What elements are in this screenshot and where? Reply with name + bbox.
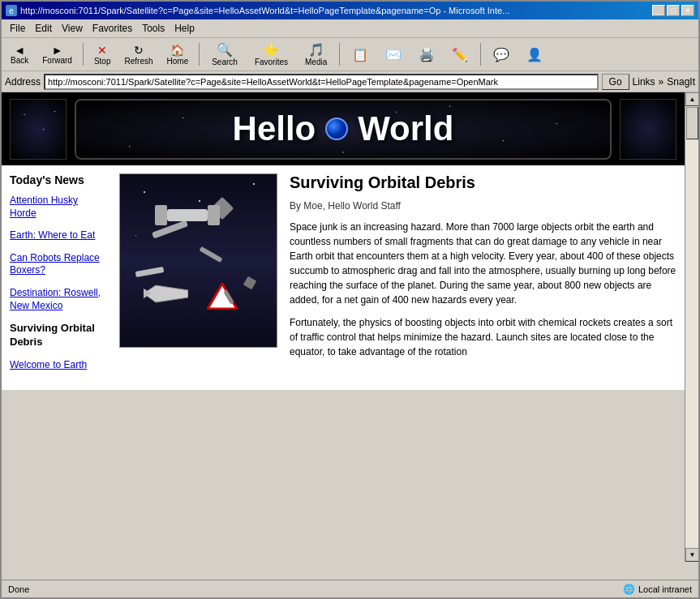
sidebar-link-robots[interactable]: Can Robots Replace Boxers? [10,252,107,277]
back-button[interactable]: ◄ Back [5,42,34,67]
address-label: Address [5,76,41,88]
media-label: Media [305,58,327,66]
header-block-right [620,99,676,160]
header-block-left [10,99,67,160]
scroll-thumb[interactable] [686,107,698,139]
edit-icon: ✏️ [452,47,468,62]
menu-help[interactable]: Help [170,21,200,36]
space-scene [120,174,277,347]
page-content: Hello World Today's News [2,92,685,390]
mail-icon: ✉️ [385,47,402,62]
discuss-icon: 💬 [493,47,509,62]
sidebar-link-roswell[interactable]: Destination: Roswell, New Mexico [10,287,107,312]
stop-icon: ✕ [97,44,107,57]
address-bar: Address Go Links » SnagIt [2,71,698,92]
favorites-label: Favorites [255,58,288,66]
title-bar-left: e http://mosconi:7011/Spark/Satellite?c=… [6,5,509,16]
hello-text: Hello [233,109,316,148]
browser-icon: e [6,5,17,16]
world-text: World [358,109,453,148]
separator-3 [339,43,340,66]
edit-button[interactable]: ✏️ [444,45,475,65]
title-bar: e http://mosconi:7011/Spark/Satellite?c=… [2,2,698,19]
stop-label: Stop [94,57,111,66]
article-area: Surviving Orbital Debris By Moe, Hello W… [119,173,676,382]
favorites-star-icon: ⭐ [263,42,279,58]
stars-bg [120,174,277,347]
status-right: 🌐 Local intranet [623,584,692,595]
scrollbar: ▲ ▼ [685,92,698,562]
page-viewport: Hello World Today's News [2,92,685,580]
satellite [167,209,208,221]
mail-button[interactable]: ✉️ [378,45,409,65]
article-image [119,173,277,348]
sidebar-heading: Today's News [10,173,107,186]
scroll-down-button[interactable]: ▼ [685,548,698,562]
window-controls: _ □ ✕ [652,5,694,16]
sidebar: Today's News Attention Husky Horde Earth… [10,173,107,382]
search-button[interactable]: 🔍 Search [204,40,245,69]
separator-1 [83,43,84,66]
menu-tools[interactable]: Tools [137,21,170,36]
scroll-track[interactable] [685,106,698,548]
history-icon: 📋 [352,47,368,62]
home-button[interactable]: 🏠 Home [161,41,195,68]
home-icon: 🏠 [170,44,184,57]
refresh-icon: ↻ [134,44,144,57]
sidebar-link-welcome[interactable]: Welcome to Earth [10,359,107,372]
shuttle [144,284,188,304]
page-container: Hello World Today's News [2,92,698,580]
media-icon: 🎵 [308,42,324,58]
messenger-button[interactable]: 👤 [519,45,550,65]
snagit-label: SnagIt [667,76,695,88]
separator-4 [480,43,481,66]
site-title: Hello World [233,109,454,148]
separator-2 [199,43,200,66]
toolbar: ◄ Back ► Forward ✕ Stop ↻ Refresh 🏠 Home… [2,38,698,71]
menu-view[interactable]: View [57,21,88,36]
discuss-button[interactable]: 💬 [486,45,517,65]
print-button[interactable]: 🖨️ [411,45,442,65]
back-arrow-icon: ◄ [14,45,25,56]
forward-arrow-icon: ► [52,45,63,56]
messenger-icon: 👤 [526,47,543,62]
history-button[interactable]: 📋 [345,45,376,65]
maximize-button[interactable]: □ [667,5,680,16]
address-input[interactable] [44,74,599,90]
favorites-button[interactable]: ⭐ Favorites [247,40,295,69]
menu-edit[interactable]: Edit [30,21,57,36]
header-banner: Hello World [75,99,612,160]
sidebar-link-earth-food[interactable]: Earth: Where to Eat [10,229,107,242]
zone-text: Local intranet [638,584,692,594]
print-icon: 🖨️ [419,47,435,62]
browser-window: e http://mosconi:7011/Spark/Satellite?c=… [0,0,700,599]
links-chevron-icon: » [659,76,664,88]
earth-globe-icon [325,118,348,140]
yield-sign [207,283,238,312]
stop-button[interactable]: ✕ Stop [88,41,117,68]
forward-label: Forward [42,56,72,65]
links-area: Links » SnagIt [633,76,695,88]
zone-icon: 🌐 [623,584,635,595]
forward-button[interactable]: ► Forward [37,42,78,67]
menu-file[interactable]: File [5,21,30,36]
sidebar-link-attention[interactable]: Attention Husky Horde [10,195,107,220]
go-button[interactable]: Go [602,74,629,90]
back-label: Back [11,56,28,65]
menu-favorites[interactable]: Favorites [88,21,137,36]
close-button[interactable]: ✕ [681,5,694,16]
scroll-up-button[interactable]: ▲ [685,92,698,106]
status-bar: Done 🌐 Local intranet [2,580,698,597]
site-header: Hello World [2,92,685,165]
menu-bar: File Edit View Favorites Tools Help [2,19,698,38]
status-text: Done [8,584,29,594]
main-layout: Today's News Attention Husky Horde Earth… [2,165,685,390]
window-title: http://mosconi:7011/Spark/Satellite?c=Pa… [20,6,509,15]
minimize-button[interactable]: _ [652,5,665,16]
refresh-label: Refresh [125,57,153,66]
refresh-button[interactable]: ↻ Refresh [119,41,159,68]
links-label: Links [633,76,655,88]
media-button[interactable]: 🎵 Media [298,40,334,69]
sidebar-current-article: Surviving Orbital Debris [10,322,107,349]
search-magnifier-icon: 🔍 [217,42,233,58]
